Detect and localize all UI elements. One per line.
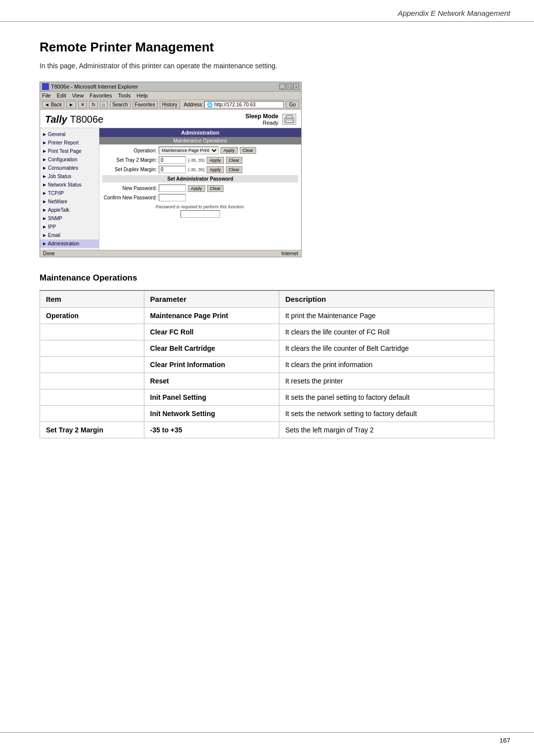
browser-toolbar: ◄ Back ► ✕ ↻ ⌂ Search Favorites History … (40, 100, 301, 110)
sidebar-item-tcpip[interactable]: ▶ TCP/IP (40, 189, 99, 197)
arrow-icon-netware: ▶ (43, 199, 46, 204)
table-row: OperationMaintenance Page PrintIt print … (40, 308, 494, 324)
form-section: Operation: Maintenance Page Print Apply … (99, 144, 301, 222)
auth-password-input[interactable] (180, 210, 220, 218)
sidebar-label-configuration: Configuration (48, 157, 77, 162)
favorites-button[interactable]: Favorites (133, 101, 158, 108)
duplex-apply-button[interactable]: Apply (207, 166, 224, 173)
back-button[interactable]: ◄ Back (42, 101, 64, 108)
table-row: Clear Belt CartridgeIt clears the life c… (40, 340, 494, 357)
table-cell-description: Sets the left margin of Tray 2 (279, 422, 494, 438)
tray2-input[interactable] (159, 156, 186, 164)
printer-brand-area: Tally T8006e (45, 114, 103, 125)
status-internet: Internet (281, 251, 298, 256)
home-button[interactable]: ⌂ (100, 101, 108, 108)
table-row: Clear FC RollIt clears the life counter … (40, 324, 494, 340)
sidebar-label-administration: Administration (48, 241, 79, 246)
operation-apply-button[interactable]: Apply (221, 147, 238, 154)
address-bar[interactable]: 🌐 http://172.16.70.63 (204, 101, 284, 108)
sidebar-item-netware[interactable]: ▶ NetWare (40, 197, 99, 206)
col-header-item: Item (40, 290, 144, 308)
table-row: ResetIt resets the printer (40, 373, 494, 389)
arrow-icon-consumables: ▶ (43, 166, 46, 170)
sidebar-item-email[interactable]: ▶ Email (40, 231, 99, 239)
confirm-password-input[interactable] (159, 194, 186, 201)
svg-rect-2 (286, 120, 293, 122)
page-title: Remote Printer Management (40, 40, 494, 55)
refresh-button[interactable]: ↻ (89, 101, 98, 108)
duplex-input[interactable] (159, 166, 186, 173)
table-cell-item (40, 406, 144, 422)
sidebar-label-consumables: Consumables (48, 165, 78, 171)
sidebar-item-print-test-page[interactable]: ▶ Print Test Page (40, 147, 99, 155)
sidebar-item-administration[interactable]: ▶ Administration (40, 239, 99, 248)
forward-button[interactable]: ► (66, 101, 76, 108)
table-cell-parameter: Init Panel Setting (144, 389, 279, 406)
sidebar-item-appletalk[interactable]: ▶ AppleTalk (40, 206, 99, 214)
search-button[interactable]: Search (110, 101, 131, 108)
sidebar-item-printer-report[interactable]: ▶ Printer Report (40, 139, 99, 147)
go-button[interactable]: Go (286, 101, 299, 108)
table-cell-description: It resets the printer (279, 373, 494, 389)
duplex-clear-button[interactable]: Clear (226, 166, 243, 173)
arrow-icon-administration: ▶ (43, 241, 46, 246)
sidebar-item-job-status[interactable]: ▶ Job Status (40, 172, 99, 181)
sidebar-item-ipp[interactable]: ▶ IPP (40, 223, 99, 231)
arrow-icon-network-status: ▶ (43, 183, 46, 187)
duplex-range: (-35, 35) (188, 167, 205, 172)
table-cell-parameter: Clear Print Information (144, 357, 279, 373)
sidebar-label-netware: NetWare (48, 199, 67, 204)
browser-statusbar: Done Internet (40, 250, 301, 257)
table-cell-parameter: Init Network Setting (144, 406, 279, 422)
sidebar-item-consumables[interactable]: ▶ Consumables (40, 164, 99, 172)
sidebar-item-general[interactable]: ▶ General (40, 130, 99, 139)
arrow-icon-ipp: ▶ (43, 225, 46, 229)
tray2-apply-button[interactable]: Apply (207, 157, 224, 164)
minimize-button[interactable]: _ (279, 84, 285, 90)
address-label: Address (184, 102, 202, 107)
operation-label: Operation: (102, 148, 157, 153)
operation-clear-button[interactable]: Clear (240, 147, 257, 154)
sidebar-label-print-test-page: Print Test Page (48, 148, 82, 154)
browser-icon (42, 83, 49, 90)
table-cell-parameter: Clear FC Roll (144, 324, 279, 340)
sidebar-label-general: General (48, 132, 66, 137)
arrow-icon-general: ▶ (43, 132, 46, 137)
printer-main-content: Administration Maintenance Operations Op… (99, 128, 301, 250)
menu-favorites[interactable]: Favorites (89, 93, 112, 98)
appendix-title: Appendix E Network Management (398, 9, 510, 17)
tray2-clear-button[interactable]: Clear (226, 157, 243, 164)
browser-title-left: T8006e - Microsoft Internet Explorer (42, 83, 138, 90)
table-row: Set Tray 2 Margin-35 to +35Sets the left… (40, 422, 494, 438)
sidebar-item-snmp[interactable]: ▶ SNMP (40, 214, 99, 223)
stop-button[interactable]: ✕ (78, 101, 87, 108)
address-text: http://172.16.70.63 (215, 102, 256, 107)
table-row: Init Panel SettingIt sets the panel sett… (40, 389, 494, 406)
tray2-margin-row: Set Tray 2 Margin: (-35, 35) Apply Clear (102, 156, 298, 164)
svg-rect-1 (286, 115, 292, 118)
browser-window-controls[interactable]: _ □ × (279, 84, 299, 90)
password-clear-button[interactable]: Clear (207, 185, 224, 192)
history-button[interactable]: History (160, 101, 180, 108)
sidebar-item-network-status[interactable]: ▶ Network Status (40, 181, 99, 189)
maintenance-ops-header: Maintenance Operations (99, 137, 301, 144)
new-password-input[interactable] (159, 185, 186, 192)
table-cell-parameter: Reset (144, 373, 279, 389)
arrow-icon-email: ▶ (43, 233, 46, 237)
password-apply-button[interactable]: Apply (188, 185, 205, 192)
model-name: T8006e (70, 114, 103, 125)
menu-edit[interactable]: Edit (57, 93, 66, 98)
sidebar-label-job-status: Job Status (48, 174, 71, 179)
table-cell-item (40, 389, 144, 406)
menu-help[interactable]: Help (136, 93, 148, 98)
operation-select[interactable]: Maintenance Page Print (159, 146, 219, 154)
menu-file[interactable]: File (42, 93, 51, 98)
maximize-button[interactable]: □ (286, 84, 292, 90)
menu-tools[interactable]: Tools (118, 93, 131, 98)
operation-row: Operation: Maintenance Page Print Apply … (102, 146, 298, 154)
status-text: Sleep Mode Ready (245, 113, 278, 126)
close-button[interactable]: × (293, 84, 299, 90)
printer-icon (282, 114, 296, 125)
sidebar-item-configuration[interactable]: ▶ Configuration (40, 155, 99, 164)
menu-view[interactable]: View (72, 93, 84, 98)
